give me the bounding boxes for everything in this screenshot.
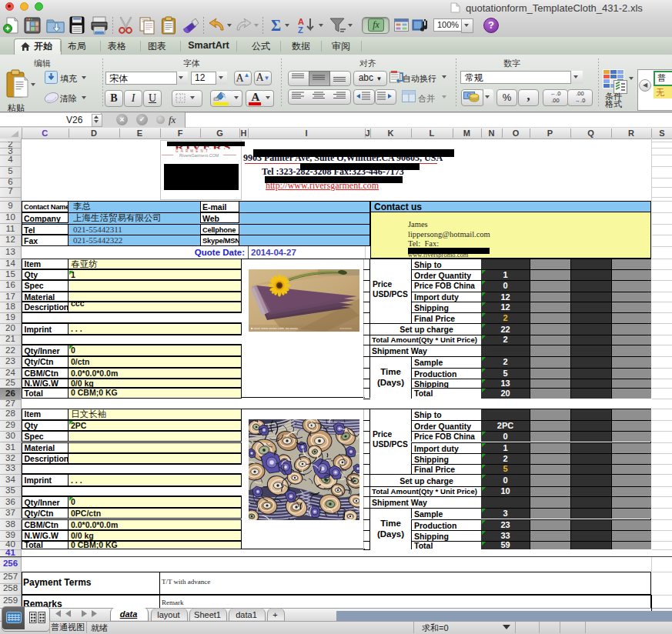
svg-text:■ xxxx www.xxxxx.com xx xxxxx: ■ xxxx www.xxxxx.com xx xxxxx <box>251 326 299 330</box>
svg-text:xxxxxxxxxx: xxxxxxxxxx <box>339 327 352 330</box>
svg-text:Z: Z <box>298 25 303 34</box>
